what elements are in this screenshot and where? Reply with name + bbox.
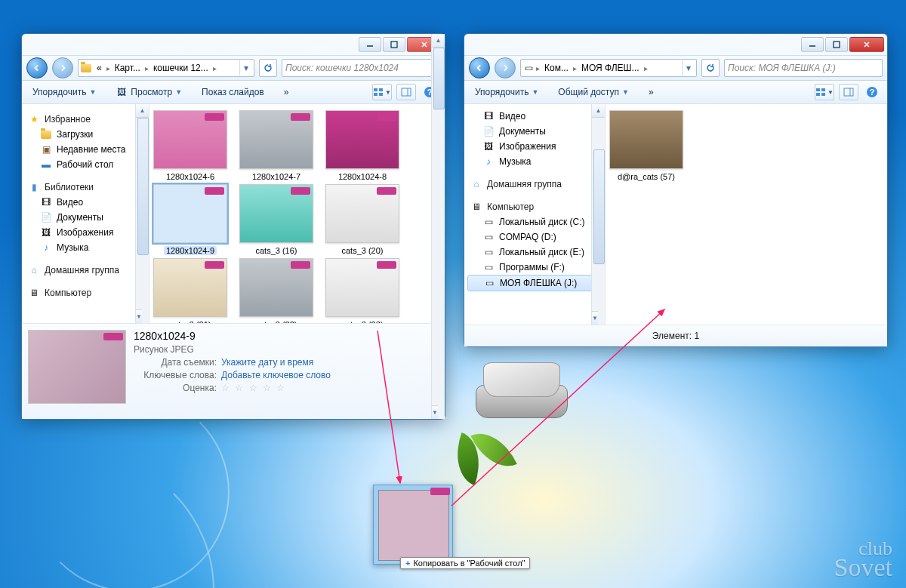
drag-thumbnail[interactable] — [373, 485, 453, 565]
nav-videos[interactable]: 🎞Видео — [22, 195, 149, 210]
file-thumbnail[interactable]: 1280x1024-8 — [325, 110, 400, 181]
rating-stars[interactable]: ☆ ☆ ☆ ☆ ☆ — [221, 383, 286, 393]
titlebar[interactable] — [22, 34, 445, 55]
file-thumbnail[interactable]: 1280x1024-6 — [153, 110, 228, 181]
breadcrumb-segment[interactable]: кошечки 12... — [150, 60, 211, 75]
nav-drive-d[interactable]: ▭COMPAQ (D:) — [464, 229, 605, 245]
nav-drive-j[interactable]: ▭МОЯ ФЛЕШКА (J:) — [467, 275, 602, 291]
window-body: ★Избранное Загрузки ▣Недавние места ▬Раб… — [22, 104, 445, 323]
file-thumbnail[interactable]: 1280x1024-7 — [239, 110, 314, 181]
breadcrumb-segment[interactable]: Ком... — [541, 60, 572, 75]
svg-rect-9 — [834, 42, 840, 48]
organize-button[interactable]: Упорядочить ▼ — [28, 85, 100, 100]
minimize-button[interactable] — [801, 37, 824, 52]
share-button[interactable]: Общий доступ ▼ — [553, 85, 633, 100]
close-button[interactable] — [849, 37, 884, 52]
maximize-button[interactable] — [825, 37, 848, 52]
file-thumbnail[interactable]: cats_3 (16) — [239, 184, 314, 255]
maximize-button[interactable] — [383, 37, 405, 52]
details-filename: 1280x1024-9 — [134, 330, 331, 342]
nav-drive-e[interactable]: ▭Локальный диск (E:) — [464, 245, 605, 260]
toolbar-overflow[interactable]: » — [279, 85, 294, 100]
nav-computer-header[interactable]: 🖥Компьютер — [464, 199, 605, 214]
content-pane[interactable]: d@ra_cats (57) — [606, 104, 887, 325]
breadcrumb-segment[interactable]: Карт... — [112, 60, 143, 75]
star-icon: ★ — [28, 113, 40, 125]
back-button[interactable] — [26, 57, 48, 79]
nav-documents[interactable]: 📄Документы — [22, 210, 149, 225]
help-button[interactable]: ? — [863, 85, 881, 100]
preview-pane-button[interactable] — [839, 84, 858, 100]
titlebar[interactable] — [464, 34, 887, 55]
svg-rect-14 — [844, 88, 853, 96]
nav-downloads[interactable]: Загрузки — [22, 127, 149, 142]
explorer-window-2: ▭ ▸ Ком...▸ МОЯ ФЛЕШ...▸ ▾ Поиск: МОЯ ФЛ… — [464, 33, 888, 347]
svg-rect-5 — [402, 88, 411, 96]
nav-videos[interactable]: 🎞Видео — [464, 109, 605, 124]
view-button[interactable]: ▼ — [372, 84, 392, 100]
address-dropdown[interactable]: ▾ — [239, 60, 252, 75]
search-input[interactable]: Поиск: кошечки 1280x1024 — [282, 59, 440, 77]
address-bar[interactable]: ▭ ▸ Ком...▸ МОЯ ФЛЕШ...▸ ▾ — [520, 59, 697, 77]
content-scrollbar[interactable]: ▲▼ — [431, 104, 445, 323]
address-bar[interactable]: «▸ Карт...▸ кошечки 12...▸ ▾ — [78, 59, 254, 77]
nav-documents[interactable]: 📄Документы — [464, 124, 605, 139]
nav-homegroup-header[interactable]: ⌂Домашняя группа — [22, 263, 149, 278]
preview-icon: 🖼 — [116, 86, 128, 98]
nav-pane: ★Избранное Загрузки ▣Недавние места ▬Раб… — [22, 104, 149, 323]
file-thumbnail[interactable]: cats_3 (22) — [239, 258, 314, 323]
nav-homegroup-header[interactable]: ⌂Домашняя группа — [464, 177, 605, 192]
toolbar-overflow[interactable]: » — [644, 85, 658, 100]
status-text: Элемент: 1 — [652, 331, 699, 341]
nav-drive-c[interactable]: ▭Локальный диск (C:) — [464, 214, 605, 229]
nav-recent[interactable]: ▣Недавние места — [22, 142, 149, 157]
back-button[interactable] — [469, 57, 490, 79]
homegroup-icon: ⌂ — [470, 178, 482, 190]
file-thumbnail[interactable]: d@ra_cats (57) — [609, 110, 684, 181]
details-tags-value[interactable]: Добавьте ключевое слово — [221, 370, 331, 380]
svg-rect-10 — [816, 88, 820, 91]
file-thumbnail[interactable]: cats_3 (23) — [325, 258, 400, 323]
view-button[interactable]: ▼ — [815, 84, 834, 100]
drive-icon: ▭ — [482, 231, 495, 243]
nav-music[interactable]: ♪Музыка — [464, 154, 605, 169]
nav-desktop[interactable]: ▬Рабочий стол — [22, 157, 149, 172]
search-input[interactable]: Поиск: МОЯ ФЛЕШКА (J:) — [724, 59, 883, 77]
forward-button[interactable] — [52, 57, 73, 79]
svg-rect-4 — [379, 93, 383, 96]
video-icon: 🎞 — [482, 110, 495, 122]
details-date-value[interactable]: Укажите дату и время — [221, 357, 313, 368]
watermark: clubSovet — [834, 541, 892, 577]
search-placeholder: Поиск: кошечки 1280x1024 — [285, 63, 399, 73]
homegroup-icon: ⌂ — [28, 264, 40, 276]
details-pane: 1280x1024-9 Рисунок JPEG Дата съемки:Ука… — [22, 323, 445, 419]
nav-scrollbar[interactable]: ▲▼ — [135, 104, 149, 323]
slideshow-button[interactable]: Показ слайдов — [197, 85, 269, 100]
address-dropdown[interactable]: ▾ — [682, 60, 695, 75]
nav-computer-header[interactable]: 🖥Компьютер — [22, 285, 149, 300]
forward-button[interactable] — [495, 57, 516, 79]
file-thumbnail[interactable]: cats_3 (21) — [153, 258, 228, 323]
organize-button[interactable]: Упорядочить ▼ — [470, 85, 543, 100]
plus-icon: + — [405, 559, 410, 568]
pictures-icon: 🖼 — [40, 226, 52, 239]
content-pane[interactable]: ▲▼ 1280x1024-61280x1024-71280x1024-81280… — [149, 104, 445, 323]
preview-button[interactable]: 🖼Просмотр ▼ — [111, 84, 186, 100]
file-thumbnail[interactable]: cats_3 (20) — [325, 184, 400, 255]
minimize-button[interactable] — [359, 37, 381, 52]
nav-scrollbar[interactable]: ▲▼ — [591, 104, 605, 325]
nav-libraries-header[interactable]: ▮Библиотеки — [22, 180, 149, 195]
folder-icon — [80, 62, 92, 74]
nav-pictures[interactable]: 🖼Изображения — [22, 225, 149, 240]
desktop-icon: ▬ — [40, 159, 52, 171]
file-thumbnail[interactable]: 1280x1024-9 — [153, 184, 228, 255]
refresh-button[interactable] — [259, 59, 277, 77]
preview-pane-button[interactable] — [396, 84, 416, 100]
breadcrumb-segment[interactable]: МОЯ ФЛЕШ... — [578, 60, 643, 75]
refresh-button[interactable] — [701, 59, 720, 77]
nav-pictures[interactable]: 🖼Изображения — [464, 139, 605, 154]
nav-favorites-header[interactable]: ★Избранное — [22, 112, 149, 127]
nav-music[interactable]: ♪Музыка — [22, 240, 149, 255]
breadcrumb-more[interactable]: « — [94, 60, 105, 75]
nav-drive-f[interactable]: ▭Программы (F:) — [464, 260, 605, 275]
